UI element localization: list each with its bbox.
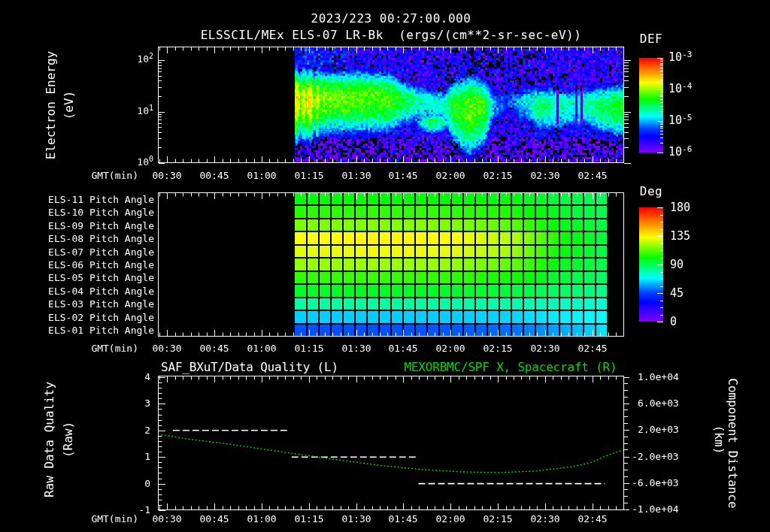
x-tick-label-01:30-p2: 01:30	[334, 343, 379, 354]
x-tick-label-01:15-p3: 01:15	[286, 513, 332, 524]
distance-tick-label-3: -2.0e+03	[632, 451, 692, 462]
quality-tick-label-3: 3	[113, 397, 150, 409]
x-tick-label-02:30-p2: 02:30	[523, 343, 568, 354]
quality-tick-label--1: -1	[113, 504, 150, 515]
pitch-row-label-3: ELS-08 Pitch Angle	[30, 233, 154, 244]
def-colorbar-title: DEF	[629, 32, 674, 46]
plot-instrument-subtitle: ELSSCIL/MEx ELS-07 LR-Bk (ergs/(cm**2-sr…	[158, 28, 624, 42]
deg-tick-label-45: 45	[670, 286, 708, 300]
x-tick-label-01:30-p1: 01:30	[334, 170, 379, 181]
x-tick-label-02:15-p1: 02:15	[475, 170, 520, 181]
x-tick-label-01:45-p2: 01:45	[380, 343, 426, 354]
distance-tick-label-4: -6.0e+03	[632, 477, 692, 488]
x-tick-label-00:45-p1: 00:45	[192, 170, 237, 181]
x-tick-label-00:30-p3: 00:30	[144, 513, 189, 524]
x-tick-label-01:00-p1: 01:00	[239, 170, 284, 181]
pitch-row-label-8: ELS-03 Pitch Angle	[30, 298, 154, 310]
pitch-row-label-7: ELS-04 Pitch Angle	[30, 286, 154, 297]
gmt-label-2: GMT(min)	[60, 343, 138, 354]
distance-tick-label-5: -1.0e+04	[632, 503, 692, 515]
plot-timestamp-title: 2023/223 00:27:00.000	[158, 11, 624, 26]
pitch-row-label-0: ELS-11 Pitch Angle	[30, 194, 154, 205]
x-tick-label-01:45-p1: 01:45	[380, 170, 426, 181]
pitch-row-label-10: ELS-01 Pitch Angle	[30, 325, 154, 336]
x-tick-label-02:30-p1: 02:30	[523, 170, 568, 181]
def-tick-label-10e-4: 10-4	[668, 82, 721, 95]
x-tick-label-00:30-p1: 00:30	[144, 170, 189, 181]
x-tick-label-01:15-p2: 01:15	[286, 343, 332, 354]
x-tick-label-02:15-p2: 02:15	[475, 343, 520, 354]
pitch-row-label-6: ELS-05 Pitch Angle	[30, 272, 154, 283]
distance-tick-label-2: 2.0e+03	[638, 424, 698, 435]
x-tick-label-01:45-p3: 01:45	[380, 513, 426, 524]
data-quality-line	[173, 431, 605, 484]
x-tick-label-02:00-p1: 02:00	[428, 170, 473, 181]
spacecraft-series-title: MEXORBMC/SPF X, Spacecraft (R)	[397, 360, 624, 374]
x-tick-label-00:45-p2: 00:45	[192, 343, 237, 354]
distance-tick-label-1: 6.0e+03	[638, 397, 698, 409]
pitch-row-label-1: ELS-10 Pitch Angle	[30, 207, 154, 218]
deg-tick-label-90: 90	[670, 258, 708, 271]
spectrogram-y-axis-label: Electron Energy	[44, 51, 58, 160]
x-tick-label-01:00-p2: 01:00	[239, 343, 284, 354]
pitch-row-label-9: ELS-02 Pitch Angle	[30, 312, 154, 323]
pitch-row-label-5: ELS-06 Pitch Angle	[30, 259, 154, 271]
energy-tick-label-10e2: 102	[113, 53, 153, 65]
spacecraft-distance-line	[158, 434, 623, 473]
x-tick-label-02:45-p1: 02:45	[570, 170, 615, 181]
quality-series-title: SAF_BXuT/Data Quality (L)	[159, 360, 340, 374]
x-tick-label-01:30-p3: 01:30	[334, 513, 379, 524]
x-tick-label-02:00-p2: 02:00	[428, 343, 473, 354]
x-tick-label-02:30-p3: 02:30	[523, 513, 568, 524]
gmt-label-1: GMT(min)	[60, 170, 138, 181]
deg-colorbar-title: Deg	[629, 184, 674, 198]
quality-tick-label-4: 4	[113, 371, 150, 382]
x-tick-label-02:45-p2: 02:45	[570, 343, 615, 354]
x-tick-label-01:00-p3: 01:00	[239, 513, 284, 524]
def-tick-label-10e-5: 10-5	[668, 113, 721, 127]
def-tick-label-10e-3: 10-3	[668, 50, 721, 64]
x-tick-label-00:45-p3: 00:45	[192, 513, 237, 524]
spectrogram-y-axis-units: (eV)	[62, 91, 76, 120]
quality-y-axis-units: (Raw)	[61, 422, 75, 458]
deg-tick-label-0: 0	[670, 315, 708, 328]
distance-tick-label-0: 1.0e+04	[638, 371, 698, 382]
def-tick-label-10e-6: 10-6	[668, 145, 721, 159]
distance-y-axis-units: (km)	[712, 425, 726, 455]
deg-tick-label-180: 180	[670, 201, 708, 214]
plot-screen: 2023/223 00:27:00.000 ELSSCIL/MEx ELS-07…	[0, 0, 770, 532]
deg-tick-label-135: 135	[670, 229, 708, 243]
pitch-row-label-2: ELS-09 Pitch Angle	[30, 220, 154, 231]
energy-tick-label-10e1: 101	[113, 105, 153, 116]
x-tick-label-01:15-p1: 01:15	[286, 170, 332, 181]
quality-tick-label-0: 0	[113, 478, 150, 489]
x-tick-label-02:45-p3: 02:45	[570, 513, 615, 524]
x-tick-label-00:30-p2: 00:30	[144, 343, 189, 354]
x-tick-label-02:15-p3: 02:15	[475, 513, 520, 524]
quality-tick-label-1: 1	[113, 451, 150, 462]
energy-tick-label-10e0: 100	[113, 156, 153, 168]
distance-y-axis-label: Component Distance	[726, 378, 740, 508]
quality-tick-label-2: 2	[113, 425, 150, 436]
quality-y-axis-label: Raw Data Quality	[42, 382, 56, 497]
pitch-row-label-4: ELS-07 Pitch Angle	[30, 246, 154, 258]
x-tick-label-02:00-p3: 02:00	[428, 513, 473, 524]
